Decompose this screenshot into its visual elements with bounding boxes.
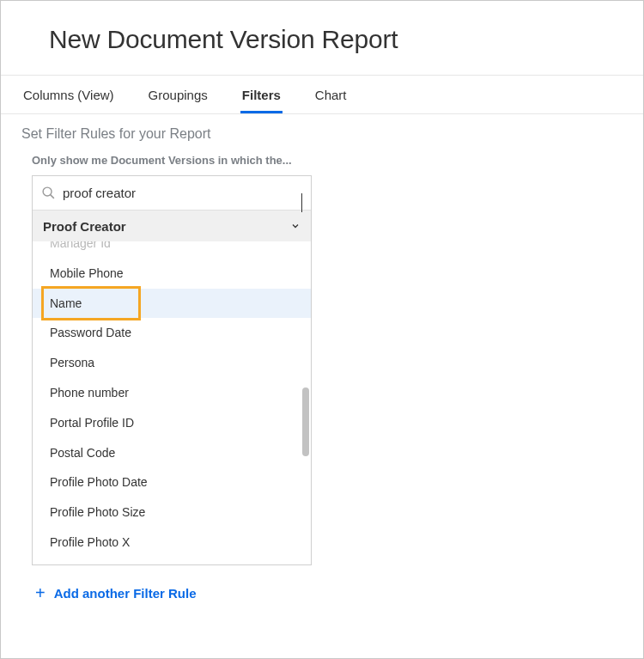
- list-item[interactable]: Profile Photo X: [33, 528, 311, 558]
- search-input[interactable]: [63, 186, 302, 200]
- search-row: [33, 176, 311, 211]
- list-item[interactable]: Postal Code: [33, 438, 311, 468]
- list-item-name[interactable]: Name: [33, 289, 311, 319]
- svg-line-1: [51, 195, 54, 198]
- list-item[interactable]: Phone number: [33, 378, 311, 408]
- search-icon: [41, 186, 56, 200]
- category-label: Proof Creator: [43, 219, 126, 234]
- list-item[interactable]: Password Date: [33, 318, 311, 348]
- list-item[interactable]: Portal Profile ID: [33, 408, 311, 438]
- list-item[interactable]: Persona: [33, 348, 311, 378]
- chevron-down-icon: [290, 219, 301, 234]
- plus-icon: +: [35, 584, 46, 601]
- options-list-area: Manager Id Mobile Phone Name Password Da…: [33, 241, 311, 564]
- list-item[interactable]: Profile Photo Date: [33, 467, 311, 497]
- page-header: New Document Version Report: [1, 1, 643, 75]
- list-item[interactable]: Profile Photo Size: [33, 497, 311, 528]
- add-filter-rule-label: Add another Filter Rule: [54, 586, 197, 601]
- category-header[interactable]: Proof Creator: [33, 211, 311, 241]
- tab-bar: Columns (View) Groupings Filters Chart: [1, 75, 643, 114]
- tab-groupings[interactable]: Groupings: [147, 77, 210, 113]
- options-list: Manager Id Mobile Phone Name Password Da…: [33, 241, 311, 561]
- filter-field-dropdown: Proof Creator Manager Id Mobile Phone Na…: [32, 175, 312, 565]
- list-item[interactable]: Manager Id: [33, 241, 311, 259]
- tab-columns[interactable]: Columns (View): [21, 77, 116, 113]
- tab-chart[interactable]: Chart: [313, 77, 349, 113]
- filter-section-title: Set Filter Rules for your Report: [1, 114, 643, 145]
- add-filter-rule-button[interactable]: + Add another Filter Rule: [1, 565, 643, 601]
- filter-subhead: Only show me Document Versions in which …: [1, 145, 643, 175]
- scrollbar-thumb[interactable]: [302, 387, 309, 456]
- list-item[interactable]: Mobile Phone: [33, 259, 311, 289]
- page-title: New Document Version Report: [49, 25, 595, 54]
- svg-point-0: [43, 187, 52, 196]
- text-caret: [301, 193, 302, 212]
- tab-filters[interactable]: Filters: [240, 77, 283, 113]
